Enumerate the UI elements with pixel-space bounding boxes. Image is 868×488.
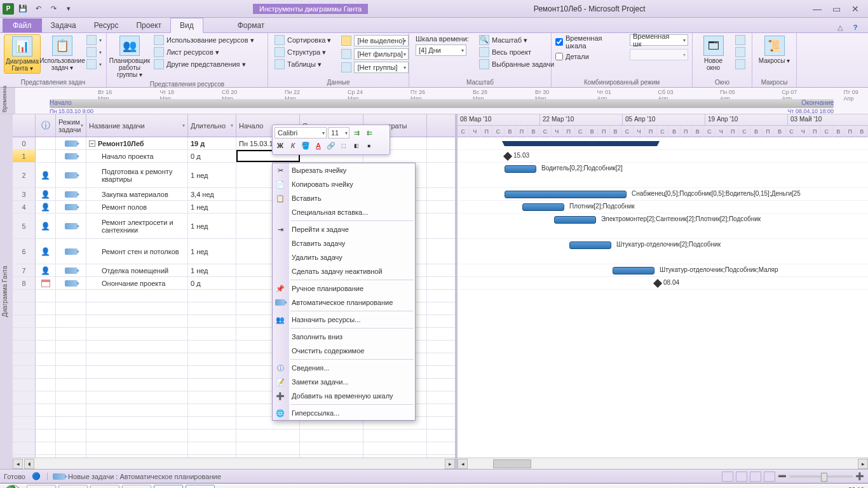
col-duration[interactable]: Длительно▾ — [188, 114, 236, 137]
selected-tasks-button[interactable]: Выбранные задачи — [477, 58, 557, 70]
task-bar[interactable] — [505, 191, 627, 198]
italic-icon[interactable]: К — [287, 140, 299, 151]
ctx-hyperlink[interactable]: 🌐Гиперссылка... — [273, 406, 415, 420]
close-icon[interactable]: ✕ — [849, 4, 862, 14]
redo-icon[interactable]: ↷ — [47, 3, 60, 15]
ctx-fill-down[interactable]: Заполнить вниз — [273, 330, 415, 344]
ctx-inactivate-task[interactable]: Сделать задачу неактивной — [273, 264, 415, 278]
ctx-clear-contents[interactable]: Очистить содержимое — [273, 344, 415, 358]
view-team-icon[interactable] — [750, 471, 761, 482]
switch-windows-button[interactable] — [733, 34, 748, 46]
task-usage-button[interactable]: 📋 Использование задач ▾ — [43, 34, 81, 72]
grid-hscroll[interactable]: ◂ ⏴ ▸ — [13, 458, 455, 469]
timeline-view-combo[interactable]: Временная шк — [630, 34, 688, 46]
gantt-body[interactable]: 15.03Водитель[0,2];Подсобник[2]Снабженец… — [458, 137, 868, 290]
scroll-right-icon[interactable]: ▸ — [445, 459, 455, 469]
tables-button[interactable]: Таблицы ▾ — [272, 58, 334, 70]
ctx-cut[interactable]: ✂Вырезать ячейку — [273, 163, 415, 177]
ctx-paste[interactable]: 📋Вставить — [273, 191, 415, 205]
zoom-slider[interactable] — [789, 475, 853, 478]
taskbar-explorer[interactable]: 📁 — [58, 485, 88, 489]
view-side-tab[interactable]: Диаграмма Ганта — [0, 114, 13, 469]
col-task-name[interactable]: Название задачи▾ — [86, 114, 188, 137]
milestone-marker[interactable] — [653, 279, 662, 288]
details-checkbox[interactable]: Детали — [555, 53, 625, 60]
task-bar[interactable] — [613, 267, 654, 274]
ctx-manual-schedule[interactable]: 📌Ручное планирование — [273, 281, 415, 295]
font-size-combo[interactable]: 11 — [328, 127, 349, 139]
task-bar[interactable] — [554, 216, 596, 224]
summary-bar[interactable] — [505, 141, 657, 146]
link-icon[interactable]: 🔗 — [325, 140, 337, 151]
ctx-notes[interactable]: 📝Заметки задачи... — [273, 375, 415, 389]
save-icon[interactable]: 💾 — [17, 3, 29, 15]
view-gantt-icon[interactable] — [722, 471, 733, 482]
font-family-combo[interactable]: Calibri — [275, 127, 327, 139]
fill-color-icon[interactable]: 🪣 — [300, 140, 311, 151]
macros-button[interactable]: 📜 Макросы ▾ — [756, 34, 792, 65]
other-resource-views-button[interactable]: Другие представления ▾ — [151, 58, 257, 70]
sort-button[interactable]: Сортировка ▾ — [272, 34, 334, 46]
view-usage-icon[interactable] — [736, 471, 747, 482]
timeline-bar[interactable] — [50, 99, 834, 108]
filter-combo[interactable]: [Нет фильтра] — [339, 48, 411, 60]
milestone-marker[interactable] — [503, 152, 512, 161]
font-color-icon[interactable]: А — [313, 140, 324, 151]
ctx-insert-task[interactable]: Вставить задачу — [273, 236, 415, 250]
tab-format[interactable]: Формат — [229, 18, 274, 32]
tab-project[interactable]: Проект — [127, 18, 170, 32]
arrange-all-button[interactable] — [733, 46, 748, 58]
ctx-paste-special[interactable]: Специальная вставка... — [273, 205, 415, 219]
col-rownum[interactable] — [13, 114, 36, 137]
tab-file[interactable]: Файл — [3, 18, 42, 32]
minimize-icon[interactable]: ― — [811, 4, 824, 14]
tab-view[interactable]: Вид — [170, 18, 203, 33]
qat-dropdown-icon[interactable]: ▾ — [62, 3, 75, 15]
col-indicators[interactable]: ⓘ — [36, 114, 56, 137]
taskbar-project[interactable]: P — [186, 485, 215, 489]
hide-button[interactable] — [733, 58, 748, 70]
task-bar[interactable] — [522, 203, 564, 211]
gantt-scroll-left-icon[interactable]: ◂ — [458, 459, 468, 469]
gantt-hscroll[interactable]: ◂ ▸ — [458, 458, 868, 469]
new-window-button[interactable]: 🗔 Новое окно — [696, 34, 730, 72]
undo-icon[interactable]: ↶ — [32, 3, 44, 15]
tab-task[interactable]: Задача — [42, 18, 85, 32]
task-bar[interactable] — [505, 165, 536, 173]
ctx-copy[interactable]: 📄Копировать ячейку — [273, 177, 415, 191]
task-bar[interactable] — [569, 241, 611, 249]
resource-sheet-button[interactable]: Лист ресурсов ▾ — [151, 46, 257, 58]
col-task-mode[interactable]: Режим задачи▾ — [56, 114, 86, 137]
entire-project-button[interactable]: Весь проект — [477, 46, 557, 58]
calendar-button[interactable]: ▾ — [84, 46, 104, 58]
resource-usage-button[interactable]: Использование ресурсов ▾ — [151, 34, 257, 46]
scroll-left-icon[interactable]: ◂ — [13, 459, 23, 469]
link-tasks-icon[interactable]: ⇉ — [351, 127, 362, 139]
other-task-views-button[interactable]: ▾ — [84, 58, 104, 70]
ctx-scroll-to-task[interactable]: ⇥Перейти к задаче — [273, 222, 415, 236]
ctx-auto-schedule[interactable]: Автоматическое планирование — [273, 295, 415, 309]
collapse-icon[interactable]: − — [89, 140, 95, 147]
unlink-tasks-icon[interactable]: ⇇ — [363, 127, 375, 139]
timeline-checkbox[interactable]: Временная шкала — [555, 34, 625, 50]
zoom-out-icon[interactable]: ➖ — [778, 472, 787, 480]
zoom-button[interactable]: 🔍Масштаб ▾ — [477, 34, 557, 46]
bold-icon[interactable]: Ж — [275, 140, 286, 151]
tab-resource[interactable]: Ресурс — [85, 18, 128, 32]
taskbar-media[interactable]: ▶ — [90, 485, 119, 489]
view-sheet-icon[interactable] — [764, 471, 775, 482]
taskbar-ie[interactable]: 🌐 — [27, 485, 56, 489]
highlight-filter[interactable]: [Не выделено] — [339, 34, 411, 47]
outline-button[interactable]: Структура ▾ — [272, 46, 334, 58]
network-diagram-button[interactable]: ▾ — [84, 34, 104, 46]
percent-50-icon[interactable]: ◧ — [351, 140, 362, 151]
start-button[interactable] — [0, 484, 25, 489]
group-combo[interactable]: [Нет группы] — [339, 61, 411, 74]
ctx-assign-resources[interactable]: 👥Назначить ресурсы... — [273, 313, 415, 327]
ctx-delete-task[interactable]: Удалить задачу — [273, 250, 415, 264]
percent-100-icon[interactable]: ■ — [363, 140, 375, 151]
gantt-scroll-thumb[interactable] — [493, 459, 531, 468]
minimize-ribbon-icon[interactable]: △ — [835, 22, 845, 32]
taskbar-app1[interactable]: 🔷 — [122, 485, 151, 489]
team-planner-button[interactable]: 👥 Планировщик работы группы ▾ — [111, 34, 149, 79]
